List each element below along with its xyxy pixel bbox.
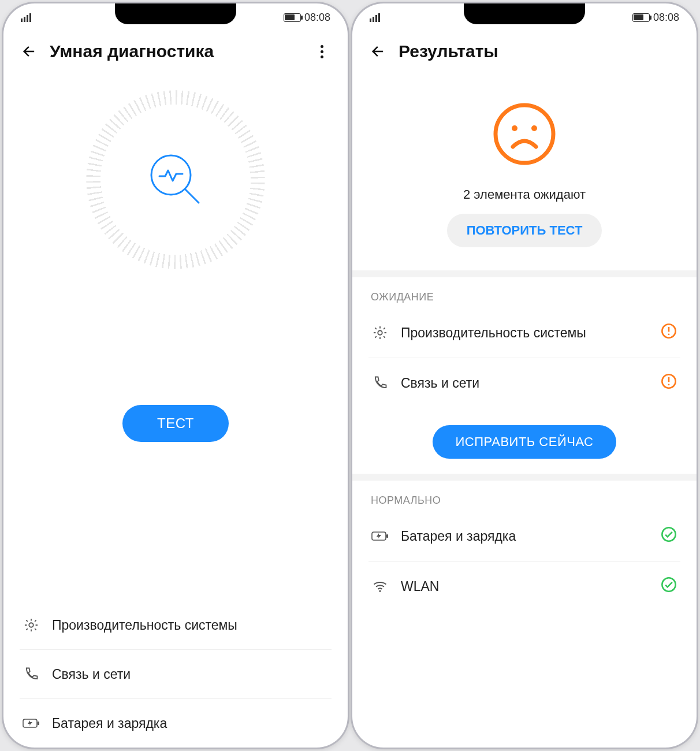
item-label: Связь и сети: [401, 376, 479, 391]
gear-icon: [371, 324, 389, 342]
svg-point-5: [512, 125, 517, 131]
list-item[interactable]: Батарея и зарядка: [368, 511, 680, 562]
notch: [115, 3, 236, 24]
svg-rect-13: [386, 534, 388, 538]
svg-point-1: [29, 623, 33, 627]
magnifier-pulse-icon: [141, 145, 210, 214]
back-button[interactable]: [20, 42, 39, 61]
diagnostic-dial: [3, 67, 348, 269]
list-item[interactable]: Связь и сети: [20, 650, 332, 699]
phone-right: 08:08 Результаты 2 элемента ожидают ПОВТ…: [352, 3, 697, 748]
status-time: 08:08: [304, 12, 330, 24]
divider: [352, 270, 697, 277]
phone-left: 08:08 Умная диагностика ТЕСТ Производите…: [3, 3, 348, 748]
battery-icon: [284, 13, 301, 22]
list-item[interactable]: Производительность системы: [20, 601, 332, 650]
battery-icon: [632, 13, 650, 22]
alert-icon: [661, 323, 678, 343]
svg-point-4: [496, 105, 553, 163]
svg-point-15: [379, 590, 381, 592]
page-title: Умная диагностика: [50, 42, 301, 61]
pending-list: Производительность системы Связь и сети: [352, 308, 697, 408]
item-label: WLAN: [401, 579, 439, 594]
test-button[interactable]: ТЕСТ: [122, 405, 229, 442]
fix-now-button[interactable]: ИСПРАВИТЬ СЕЙЧАС: [433, 425, 617, 459]
item-label: Связь и сети: [52, 667, 131, 682]
result-summary: 2 элемента ожидают ПОВТОРИТЬ ТЕСТ: [352, 67, 697, 247]
page-title: Результаты: [399, 42, 680, 61]
wifi-icon: [371, 577, 389, 596]
category-list: Производительность системы Связь и сети …: [3, 601, 348, 748]
more-menu-button[interactable]: [312, 45, 332, 58]
pending-count-text: 2 элемента ожидают: [352, 187, 697, 202]
normal-list: Батарея и зарядка WLAN: [352, 511, 697, 611]
item-label: Батарея и зарядка: [401, 529, 516, 544]
retry-button[interactable]: ПОВТОРИТЬ ТЕСТ: [447, 214, 602, 247]
list-item[interactable]: WLAN: [368, 562, 680, 611]
notch: [464, 3, 585, 24]
section-header-normal: НОРМАЛЬНО: [352, 481, 697, 511]
signal-icon: [370, 13, 380, 22]
phone-icon: [371, 374, 389, 392]
svg-point-6: [531, 125, 537, 131]
battery-charge-icon: [22, 714, 40, 733]
svg-point-7: [378, 330, 382, 334]
phone-icon: [22, 665, 40, 683]
sad-face-icon: [490, 99, 559, 169]
check-icon: [661, 577, 678, 596]
gear-icon: [22, 616, 40, 634]
alert-icon: [661, 373, 678, 393]
section-header-pending: ОЖИДАНИЕ: [352, 277, 697, 308]
svg-point-9: [668, 333, 670, 335]
back-button[interactable]: [368, 42, 388, 61]
check-icon: [661, 526, 678, 546]
svg-point-11: [668, 384, 670, 385]
divider: [352, 474, 697, 481]
item-label: Производительность системы: [52, 618, 237, 633]
list-item[interactable]: Батарея и зарядка: [20, 699, 332, 748]
status-time: 08:08: [653, 12, 679, 24]
svg-rect-3: [38, 722, 39, 725]
item-label: Батарея и зарядка: [52, 716, 167, 731]
header: Результаты: [352, 28, 697, 67]
header: Умная диагностика: [3, 28, 348, 67]
item-label: Производительность системы: [401, 325, 586, 341]
list-item[interactable]: Связь и сети: [368, 358, 680, 408]
list-item[interactable]: Производительность системы: [368, 308, 680, 358]
battery-charge-icon: [371, 527, 389, 545]
signal-icon: [21, 13, 31, 22]
